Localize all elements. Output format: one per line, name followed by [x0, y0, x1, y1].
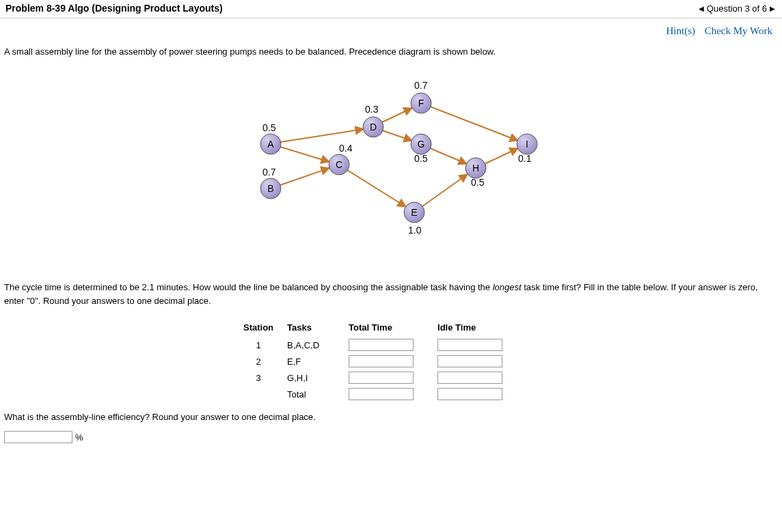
node-e: E: [404, 202, 424, 223]
table-row: 2 E,F: [237, 353, 520, 369]
svg-line-6: [430, 107, 518, 141]
svg-text:B: B: [267, 183, 273, 194]
idle-time-total-input[interactable]: [437, 388, 502, 400]
time-i: 0.1: [518, 153, 531, 164]
svg-text:H: H: [472, 163, 479, 173]
idle-time-1-input[interactable]: [437, 339, 502, 351]
percent-label: %: [75, 432, 83, 443]
total-time-3-input[interactable]: [349, 372, 414, 384]
svg-line-8: [422, 174, 468, 206]
node-g: G: [411, 134, 431, 154]
time-b: 0.7: [262, 167, 275, 178]
node-c: C: [329, 154, 349, 175]
time-c: 0.4: [339, 143, 352, 154]
node-b: B: [260, 178, 281, 199]
svg-line-1: [280, 147, 329, 162]
col-tasks: Tasks: [280, 320, 342, 337]
svg-line-4: [382, 108, 412, 122]
content-area: A small assembly line for the assembly o…: [0, 46, 782, 457]
hints-link[interactable]: Hint(s): [666, 25, 696, 36]
svg-text:C: C: [336, 159, 342, 170]
efficiency-question: What is the assembly-line efficiency? Ro…: [4, 412, 778, 422]
question-count-label: Question 3 of 6: [707, 3, 767, 14]
svg-line-0: [280, 129, 364, 142]
node-d: D: [363, 117, 383, 137]
idle-time-2-input[interactable]: [437, 355, 502, 367]
check-my-work-link[interactable]: Check My Work: [705, 25, 772, 36]
node-h: H: [466, 158, 486, 178]
node-a: A: [260, 134, 281, 154]
action-links-row: Hint(s) Check My Work: [0, 18, 782, 46]
prev-question-arrow[interactable]: ◀: [697, 5, 705, 12]
intro-text: A small assembly line for the assembly o…: [4, 46, 778, 57]
svg-line-5: [382, 130, 412, 141]
table-row: Total: [237, 386, 520, 402]
time-e: 1.0: [408, 225, 421, 236]
next-question-arrow[interactable]: ▶: [768, 5, 777, 12]
svg-text:E: E: [411, 207, 417, 218]
question-text: The cycle time is determined to be 2.1 m…: [4, 281, 778, 307]
table-row: 3 G,H,I: [237, 369, 520, 386]
col-idle: Idle Time: [431, 320, 520, 337]
svg-text:A: A: [267, 139, 274, 150]
time-d: 0.3: [365, 104, 378, 115]
col-total: Total Time: [342, 320, 431, 337]
svg-line-9: [485, 148, 518, 164]
problem-title: Problem 8-39 Algo (Designing Product Lay…: [5, 3, 223, 14]
svg-text:G: G: [418, 139, 425, 150]
svg-text:I: I: [526, 139, 528, 150]
precedence-diagram: A B C D E F G: [243, 69, 585, 260]
node-f: F: [411, 93, 431, 113]
time-h: 0.5: [471, 177, 484, 188]
time-f: 0.7: [414, 80, 427, 91]
time-a: 0.5: [262, 122, 275, 133]
station-table: Station Tasks Total Time Idle Time 1 B,A…: [237, 320, 520, 402]
svg-text:F: F: [418, 98, 424, 109]
question-nav: ◀ Question 3 of 6 ▶: [697, 3, 777, 14]
efficiency-input[interactable]: [4, 431, 72, 443]
svg-line-7: [430, 148, 467, 164]
node-i: I: [517, 134, 537, 154]
total-time-total-input[interactable]: [349, 388, 414, 400]
efficiency-input-row: %: [4, 431, 778, 443]
svg-text:D: D: [370, 122, 377, 132]
total-time-1-input[interactable]: [349, 339, 414, 351]
col-station: Station: [237, 320, 280, 337]
svg-line-2: [280, 168, 329, 185]
time-g: 0.5: [414, 153, 427, 164]
idle-time-3-input[interactable]: [437, 372, 502, 384]
total-time-2-input[interactable]: [349, 355, 414, 367]
table-row: 1 B,A,C,D: [237, 337, 520, 353]
svg-line-3: [347, 170, 406, 207]
header-bar: Problem 8-39 Algo (Designing Product Lay…: [0, 0, 782, 18]
